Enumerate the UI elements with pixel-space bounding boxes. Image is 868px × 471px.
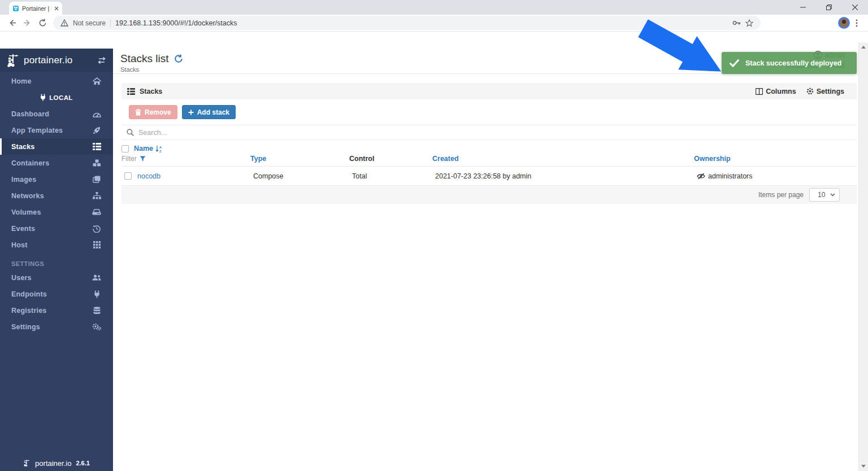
forward-button[interactable] [20, 16, 35, 30]
sidebar-logo[interactable]: portainer.io [0, 49, 113, 72]
sidebar-item-users[interactable]: Users [0, 269, 113, 286]
table-row: nocodb Compose Total 2021-07-23 23:26:58… [121, 167, 857, 186]
sidebar-section-local: LOCAL [0, 89, 113, 106]
browser-tab[interactable]: Portainer | loc [9, 2, 62, 15]
browser-menu-icon[interactable] [850, 19, 863, 27]
chevron-down-icon [830, 193, 835, 197]
stack-created: 2021-07-23 23:26:58 by admin [435, 172, 697, 180]
eye-slash-icon [697, 173, 705, 180]
reload-button[interactable] [35, 16, 50, 30]
search-input[interactable] [138, 129, 852, 137]
stacks-widget: Stacks Columns Settings [121, 83, 857, 204]
window-close-button[interactable] [842, 0, 868, 15]
tab-close-icon[interactable] [54, 6, 59, 11]
table-footer: Items per page 10 [121, 186, 857, 204]
page-title: Stacks list [120, 53, 169, 65]
window-restore-button[interactable] [816, 0, 842, 15]
sidebar-item-dashboard[interactable]: Dashboard [0, 106, 113, 122]
search-bar [121, 125, 857, 140]
row-checkbox[interactable] [124, 172, 132, 180]
search-icon [127, 129, 134, 136]
url-text[interactable]: 192.168.1.135:9000/#!/1/docker/stacks [115, 19, 728, 27]
toast-notification[interactable]: Stack successfully deployed [722, 52, 857, 74]
browser-profile-avatar[interactable] [838, 17, 850, 29]
page-scrollbar[interactable] [858, 42, 868, 471]
plug-icon [92, 290, 102, 298]
sidebar-item-settings[interactable]: Settings [0, 319, 113, 335]
stack-name-link[interactable]: nocodb [137, 172, 160, 180]
select-all-checkbox[interactable] [121, 145, 129, 152]
browser-toolbar: Not secure 192.168.1.135:9000/#!/1/docke… [0, 15, 868, 32]
sort-by-name-header[interactable]: Name AZ [134, 145, 162, 152]
sort-alpha-down-icon: AZ [155, 145, 162, 152]
sidebar-section-settings: SETTINGS [0, 253, 113, 269]
scroll-up-icon[interactable] [859, 42, 868, 52]
sidebar-item-events[interactable]: Events [0, 220, 113, 237]
column-header-control: Control [349, 155, 432, 163]
dashboard-icon [92, 111, 102, 117]
sitemap-icon [92, 192, 102, 199]
tab-title: Portainer | loc [22, 5, 51, 12]
portainer-favicon [12, 5, 19, 12]
browser-tabstrip: Portainer | loc [0, 0, 868, 15]
sidebar-item-containers[interactable]: Containers [0, 155, 113, 171]
filter-button[interactable]: Filter [121, 155, 250, 163]
grid-icon [92, 241, 102, 248]
page-size-select[interactable]: 10 [809, 188, 840, 202]
sidebar-item-networks[interactable]: Networks [0, 187, 113, 204]
not-secure-warning-icon[interactable] [60, 19, 68, 27]
rocket-icon [92, 127, 102, 134]
svg-text:A: A [159, 145, 162, 149]
trash-icon [135, 109, 141, 116]
add-stack-button[interactable]: Add stack [182, 105, 236, 119]
sidebar-item-registries[interactable]: Registries [0, 302, 113, 319]
security-label[interactable]: Not secure [73, 19, 106, 27]
sidebar-item-home[interactable]: Home [0, 73, 113, 89]
history-icon [92, 225, 102, 233]
endpoint-switch-icon[interactable] [97, 57, 106, 64]
column-header-type[interactable]: Type [250, 155, 349, 163]
column-header-created[interactable]: Created [432, 155, 694, 163]
list-icon [127, 88, 135, 95]
portainer-app: portainer.io Home LOCAL Dashboard App Te… [0, 32, 868, 471]
sidebar-item-images[interactable]: Images [0, 171, 113, 187]
columns-icon [756, 88, 763, 95]
plug-icon [40, 94, 46, 101]
database-icon [92, 307, 102, 315]
widget-title: Stacks [140, 88, 162, 95]
items-per-page-label: Items per page [758, 191, 804, 199]
scroll-down-icon[interactable] [859, 461, 868, 471]
stack-ownership: administrators [708, 172, 753, 180]
footer-brand: portainer.io [35, 459, 71, 468]
stacks-icon [92, 143, 102, 150]
sidebar-item-endpoints[interactable]: Endpoints [0, 286, 113, 302]
refresh-icon[interactable] [174, 54, 183, 63]
portainer-logo-icon [7, 53, 20, 68]
bookmark-star-icon[interactable] [745, 19, 753, 27]
widget-header: Stacks Columns Settings [121, 83, 857, 99]
remove-button[interactable]: Remove [129, 105, 177, 119]
sidebar: portainer.io Home LOCAL Dashboard App Te… [0, 49, 113, 471]
sidebar-item-host[interactable]: Host [0, 237, 113, 253]
sidebar-item-app-templates[interactable]: App Templates [0, 122, 113, 138]
columns-button[interactable]: Columns [756, 88, 796, 95]
address-bar[interactable]: Not secure 192.168.1.135:9000/#!/1/docke… [53, 16, 761, 30]
portainer-logo-small-icon [23, 459, 31, 468]
back-button[interactable] [5, 16, 20, 30]
password-key-icon[interactable] [732, 20, 741, 25]
column-header-ownership[interactable]: Ownership [694, 155, 857, 163]
images-icon [92, 176, 102, 183]
stack-control: Total [352, 172, 435, 180]
home-icon [92, 77, 102, 85]
main-content: Stacks list Stacks admin my account log … [113, 49, 858, 471]
gear-icon [806, 88, 814, 95]
window-minimize-button[interactable] [790, 0, 816, 15]
table-settings-button[interactable]: Settings [806, 88, 844, 95]
brand-name: portainer.io [24, 55, 73, 66]
sidebar-item-stacks[interactable]: Stacks [0, 138, 113, 155]
cubes-icon [92, 159, 102, 167]
toast-message: Stack successfully deployed [745, 59, 841, 67]
sidebar-item-volumes[interactable]: Volumes [0, 204, 113, 220]
sidebar-footer: portainer.io 2.6.1 [0, 459, 113, 468]
users-icon [92, 274, 102, 281]
